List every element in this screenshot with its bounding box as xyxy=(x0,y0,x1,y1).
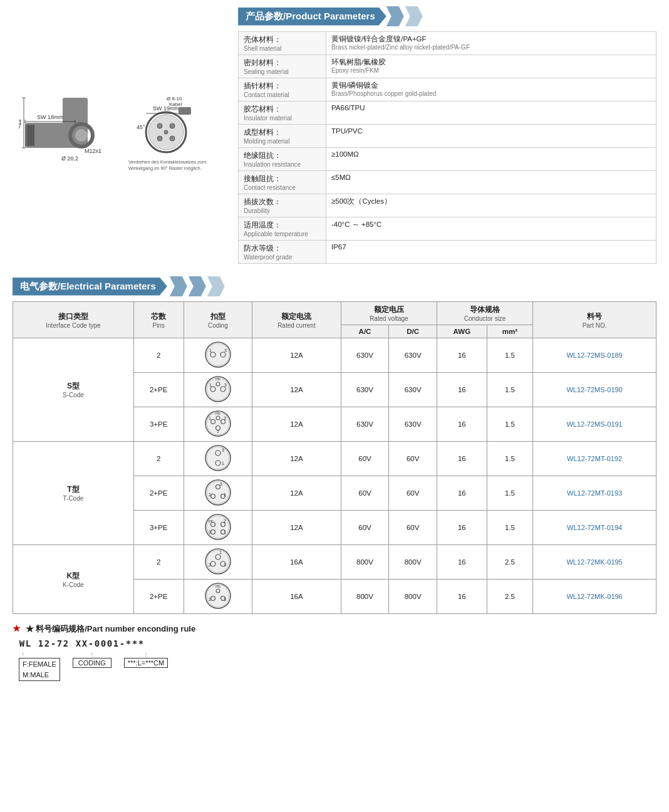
elec-arrow-1 xyxy=(170,276,187,296)
coding-indicator: ↑ xyxy=(90,651,93,658)
svg-text:3: 3 xyxy=(224,383,227,387)
elec-arrow-3 xyxy=(207,276,225,296)
partno-cell: WL12-72MK-0196 xyxy=(533,580,656,614)
ac-cell: 60V xyxy=(341,442,389,476)
current-cell: 16A xyxy=(252,580,341,614)
param-value: 环氧树脂/氟橡胶 Epoxy resin/FKM xyxy=(326,55,656,78)
param-value: ≤5MΩ xyxy=(326,171,656,194)
param-value-cn: ≥100MΩ xyxy=(331,150,651,158)
param-value: 黄铜镀镍/锌合金度镍/PA+GF Brass nickel-plated/Zin… xyxy=(326,32,656,55)
param-value-en: Epoxy resin/FKM xyxy=(331,67,651,74)
group-label: S型 S-Code xyxy=(13,338,134,442)
pins-cell: 3+PE xyxy=(133,511,184,545)
params-table-area: 产品参数/Product Parameters 壳体材料： Shell mate… xyxy=(238,6,656,264)
awg-cell: 16 xyxy=(437,580,487,614)
cm-label: ↑ ***:L=***CM xyxy=(124,651,168,668)
svg-text:3: 3 xyxy=(222,448,224,452)
param-label-en: Contact material xyxy=(244,91,321,98)
ac-cell: 630V xyxy=(341,373,389,407)
param-label: 绝缘阻抗： Insulation resistance xyxy=(239,148,326,171)
param-value: IP67 xyxy=(326,241,656,264)
product-params-title-text: 产品参数/Product Parameters xyxy=(238,8,386,26)
svg-text:Verdrehen des Kontakteinsatzes: Verdrehen des Kontakteinsatzes zum xyxy=(128,159,206,165)
mm2-cell: 1.5 xyxy=(487,511,532,545)
param-label-en: Applicable temperature xyxy=(244,231,321,237)
mm2-cell: 1.5 xyxy=(487,338,532,373)
dc-cell: 60V xyxy=(389,442,437,476)
svg-text:2: 2 xyxy=(209,492,211,497)
partno-cell: WL12-72MK-0195 xyxy=(533,545,656,580)
th-awg: AWG xyxy=(437,325,487,338)
param-row: 壳体材料： Shell material 黄铜镀镍/锌合金度镍/PA+GF Br… xyxy=(239,32,656,55)
param-row: 成型材料： Molding material TPU/PVC xyxy=(239,125,656,148)
th-coding: 扣型 Coding xyxy=(184,302,252,338)
coding-cell: 1 3 PE xyxy=(184,373,252,407)
product-params-title: 产品参数/Product Parameters xyxy=(238,6,656,26)
svg-text:2: 2 xyxy=(224,519,226,523)
param-value: 黄铜/磷铜镀金 Brass/Phosphorus copper gold-pla… xyxy=(326,78,656,102)
current-cell: 12A xyxy=(252,373,341,407)
table-row: K型 K-Code 2 2 3 1 16A 800V 800V 16 2.5 W… xyxy=(13,545,656,580)
param-label-en: Waterproof grade xyxy=(244,254,321,261)
param-label-cn: 接触阻抗： xyxy=(244,174,321,184)
awg-cell: 16 xyxy=(437,545,487,580)
param-label-cn: 插针材料： xyxy=(244,81,321,91)
cm-indicator: ↑ xyxy=(144,651,147,658)
group-label: T型 T-Code xyxy=(13,442,134,545)
dc-cell: 60V xyxy=(389,476,437,511)
svg-text:1: 1 xyxy=(209,383,212,387)
param-value-cn: ≤5MΩ xyxy=(331,174,651,181)
param-value-cn: 黄铜/磷铜镀金 xyxy=(331,81,651,90)
current-cell: 12A xyxy=(252,476,341,511)
cm-box: ***:L=***CM xyxy=(124,658,168,668)
param-value-cn: -40°C ～ +85°C xyxy=(331,220,651,229)
th-partno: 料号 Part NO. xyxy=(533,302,656,338)
svg-point-23 xyxy=(170,136,175,141)
svg-point-21 xyxy=(170,123,175,128)
fm-label: ↑ F:FEMALE M:MALE xyxy=(19,651,60,681)
param-label-en: Shell material xyxy=(244,45,321,52)
param-label-en: Contact resistance xyxy=(244,184,321,191)
param-label-cn: 胶芯材料： xyxy=(244,104,321,115)
svg-rect-5 xyxy=(33,125,34,146)
table-row: S型 S-Code 2 1 3 12A 630V 630V 16 1.5 WL1… xyxy=(13,338,656,373)
param-row: 适用温度： Applicable temperature -40°C ～ +85… xyxy=(239,217,656,241)
svg-text:1: 1 xyxy=(209,348,212,353)
svg-text:1: 1 xyxy=(219,550,222,554)
param-label: 密封材料： Sealing material xyxy=(239,55,326,78)
param-value: -40°C ～ +85°C xyxy=(326,217,656,241)
coding-cell: 2 3 PE xyxy=(184,580,252,614)
svg-point-20 xyxy=(157,123,162,128)
svg-point-40 xyxy=(207,378,229,400)
param-row: 接触阻抗： Contact resistance ≤5MΩ xyxy=(239,171,656,194)
coding-cell: 1 3 2 PE xyxy=(184,407,252,442)
awg-cell: 16 xyxy=(437,511,487,545)
awg-cell: 16 xyxy=(437,407,487,442)
coding-cell: 3 1 xyxy=(184,442,252,476)
dc-cell: 60V xyxy=(389,511,437,545)
ac-cell: 800V xyxy=(341,545,389,580)
svg-text:PE: PE xyxy=(215,412,220,415)
param-label: 插拔次数： Durability xyxy=(239,194,326,217)
ac-cell: 60V xyxy=(341,511,389,545)
coding-cell: PE 2 3 1 xyxy=(184,511,252,545)
connector-diagram: SW 18mm ~44 M12x1 Ø 20,2 SW 19mm xyxy=(19,73,219,198)
param-label: 壳体材料： Shell material xyxy=(239,32,326,55)
dc-cell: 800V xyxy=(389,580,437,614)
svg-text:Winkelgang im 90° Raster mögli: Winkelgang im 90° Raster möglich. xyxy=(128,165,202,171)
param-value-cn: 黄铜镀镍/锌合金度镍/PA+GF xyxy=(331,34,651,44)
svg-text:1: 1 xyxy=(222,461,224,466)
param-value-cn: PA66/TPU xyxy=(331,104,651,112)
svg-text:PE: PE xyxy=(215,377,220,381)
param-row: 胶芯材料： Insulator material PA66/TPU xyxy=(239,102,656,125)
mm2-cell: 1.5 xyxy=(487,442,532,476)
th-dc: D/C xyxy=(389,325,437,338)
awg-cell: 16 xyxy=(437,442,487,476)
encoding-title-text: ★ 料号编码规格/Part number enconding rule xyxy=(26,624,196,633)
svg-text:45°: 45° xyxy=(137,124,145,130)
param-label: 接触阻抗： Contact resistance xyxy=(239,171,326,194)
param-label-cn: 适用温度： xyxy=(244,220,321,231)
dc-cell: 630V xyxy=(389,407,437,442)
encoding-labels: ↑ F:FEMALE M:MALE ↑ CODING ↑ ***:L=***CM xyxy=(19,651,656,681)
mm2-cell: 2.5 xyxy=(487,580,532,614)
